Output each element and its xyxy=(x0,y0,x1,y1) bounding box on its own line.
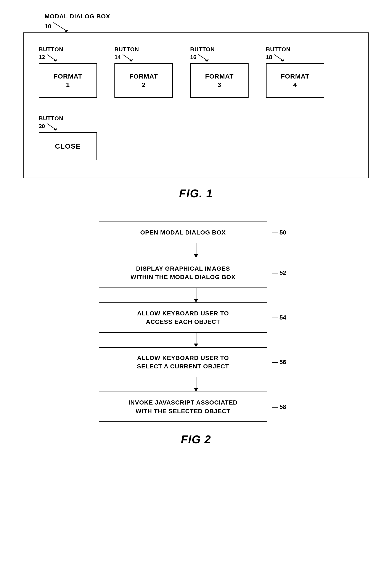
flow-arrow-head-4 xyxy=(194,388,198,392)
flow-ref-50: — 50 xyxy=(272,229,286,236)
close-button-label: BUTTON xyxy=(39,115,63,122)
format2-button[interactable]: FORMAT2 xyxy=(114,63,173,98)
flowchart: OPEN MODAL DIALOG BOX — 50 DISPLAY GRAPH… xyxy=(99,221,293,422)
button4-ref-arrow xyxy=(273,53,286,61)
button-group-format4: BUTTON 18 FORMAT4 xyxy=(266,46,324,98)
format3-button[interactable]: FORMAT3 xyxy=(190,63,249,98)
format1-button[interactable]: FORMAT1 xyxy=(39,63,97,98)
fig2-section: OPEN MODAL DIALOG BOX — 50 DISPLAY GRAPH… xyxy=(17,221,375,446)
button3-ref-arrow xyxy=(197,53,210,61)
close-button[interactable]: CLOSE xyxy=(39,132,97,160)
button1-ref-arrow xyxy=(46,53,59,61)
flow-step-56: ALLOW KEYBOARD USER TOSELECT A CURRENT O… xyxy=(99,347,293,377)
flow-text-54: ALLOW KEYBOARD USER TOACCESS EACH OBJECT xyxy=(137,310,229,325)
button-ref-3: 16 xyxy=(190,54,196,61)
button-label-2: BUTTON xyxy=(114,46,139,53)
format2-label: FORMAT2 xyxy=(129,72,158,89)
button-group-format1: BUTTON 12 FORMAT1 xyxy=(39,46,97,98)
flow-box-54: ALLOW KEYBOARD USER TOACCESS EACH OBJECT xyxy=(99,303,267,333)
flow-step-54: ALLOW KEYBOARD USER TOACCESS EACH OBJECT… xyxy=(99,303,293,333)
flow-text-56: ALLOW KEYBOARD USER TOSELECT A CURRENT O… xyxy=(137,355,229,370)
flow-arrow-line-3 xyxy=(196,333,196,344)
button-label-4: BUTTON xyxy=(266,46,291,53)
svg-line-4 xyxy=(123,55,131,60)
modal-dialog-box: BUTTON 12 FORMAT1 BUTTON xyxy=(23,32,369,178)
close-button-group: BUTTON 20 CLOSE xyxy=(39,115,353,160)
flow-box-52: DISPLAY GRAPHICAL IMAGESWITHIN THE MODAL… xyxy=(99,258,267,288)
flow-box-56: ALLOW KEYBOARD USER TOSELECT A CURRENT O… xyxy=(99,347,267,377)
flow-step-50: OPEN MODAL DIALOG BOX — 50 xyxy=(99,221,293,243)
flow-step-58: INVOKE JAVASCRIPT ASSOCIATEDWITH THE SEL… xyxy=(99,392,293,422)
flow-ref-56: — 56 xyxy=(272,359,286,366)
svg-line-8 xyxy=(274,55,283,60)
button-label-1: BUTTON xyxy=(39,46,63,53)
svg-line-2 xyxy=(47,55,56,60)
modal-ref-arrow xyxy=(51,20,71,32)
flow-box-50: OPEN MODAL DIALOG BOX xyxy=(99,221,267,243)
fig1-caption: FIG. 1 xyxy=(179,187,213,200)
button-ref-1: 12 xyxy=(39,54,45,61)
flow-ref-54: — 54 xyxy=(272,314,286,321)
flow-arrow-head-1 xyxy=(194,254,198,258)
flow-step-52: DISPLAY GRAPHICAL IMAGESWITHIN THE MODAL… xyxy=(99,258,293,288)
flow-text-50: OPEN MODAL DIALOG BOX xyxy=(140,229,226,236)
button-group-format2: BUTTON 14 FORMAT2 xyxy=(114,46,173,98)
flow-arrow-1 xyxy=(112,243,280,258)
flow-arrow-2 xyxy=(112,288,280,303)
fig1-section: MODAL DIALOG BOX 10 BUTTON 12 xyxy=(17,13,375,200)
button-ref-4: 18 xyxy=(266,54,272,61)
flow-arrow-4 xyxy=(112,377,280,392)
svg-line-10 xyxy=(47,124,56,129)
svg-line-0 xyxy=(54,23,66,31)
modal-ref-number: 10 xyxy=(44,23,51,30)
flow-arrow-line-4 xyxy=(196,377,196,388)
flow-arrow-3 xyxy=(112,333,280,347)
button-ref-2: 14 xyxy=(114,54,121,61)
button-label-3: BUTTON xyxy=(190,46,215,53)
fig2-caption: FIG 2 xyxy=(181,433,211,446)
modal-dialog-box-label: MODAL DIALOG BOX xyxy=(44,13,110,20)
button-group-format3: BUTTON 16 FORMAT3 xyxy=(190,46,249,98)
flow-ref-52: — 52 xyxy=(272,269,286,276)
flow-text-58: INVOKE JAVASCRIPT ASSOCIATEDWITH THE SEL… xyxy=(128,399,238,414)
button2-ref-arrow xyxy=(122,53,135,61)
flow-text-52: DISPLAY GRAPHICAL IMAGESWITHIN THE MODAL… xyxy=(130,265,235,280)
flow-box-58: INVOKE JAVASCRIPT ASSOCIATEDWITH THE SEL… xyxy=(99,392,267,422)
flow-arrow-head-2 xyxy=(194,299,198,303)
svg-line-6 xyxy=(198,55,207,60)
format4-button[interactable]: FORMAT4 xyxy=(266,63,324,98)
buttons-row: BUTTON 12 FORMAT1 BUTTON xyxy=(39,46,353,98)
format1-label: FORMAT1 xyxy=(54,72,82,89)
format4-label: FORMAT4 xyxy=(281,72,309,89)
flow-arrow-head-3 xyxy=(194,344,198,347)
close-button-text: CLOSE xyxy=(55,142,81,150)
flow-arrow-line-2 xyxy=(196,288,196,299)
flow-arrow-line-1 xyxy=(196,243,196,254)
flow-ref-58: — 58 xyxy=(272,403,286,410)
close-ref-num: 20 xyxy=(39,123,45,130)
format3-label: FORMAT3 xyxy=(205,72,234,89)
close-ref-arrow xyxy=(46,122,59,130)
